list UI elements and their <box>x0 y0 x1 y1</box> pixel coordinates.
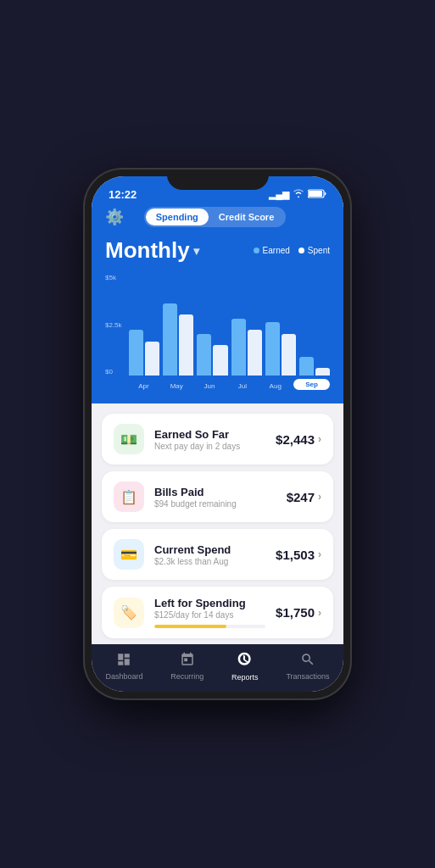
bar-group-jun <box>197 334 227 376</box>
reports-icon <box>237 651 254 671</box>
bar-group-apr <box>129 330 159 376</box>
bar-group-sep <box>299 357 330 376</box>
monthly-selector[interactable]: Monthly ▾ <box>105 237 199 264</box>
spend-title: Current Spend <box>154 543 265 556</box>
nav-dashboard[interactable]: Dashboard <box>105 652 142 681</box>
bills-amount: $247 › <box>287 490 321 504</box>
status-icons: ▂▄▆ <box>269 189 326 200</box>
y-label-2-5k: $2.5k <box>105 321 122 329</box>
left-icon: 🏷️ <box>114 598 144 628</box>
phone-screen: 12:22 ▂▄▆ <box>92 176 343 692</box>
bills-subtitle: $94 budget remaining <box>154 499 276 509</box>
nav-recurring[interactable]: Recurring <box>170 652 204 681</box>
cards-section: 💵Earned So FarNext pay day in 2 days$2,4… <box>92 403 343 644</box>
x-label-jun: Jun <box>195 379 225 390</box>
wifi-icon <box>293 189 304 199</box>
earned-title: Earned So Far <box>154 428 265 441</box>
nav-recurring-label: Recurring <box>170 672 204 681</box>
left-progress-fill <box>154 625 226 628</box>
top-nav: ⚙️ Spending Credit Score <box>105 207 330 227</box>
x-label-apr: Apr <box>129 379 159 390</box>
status-time: 12:22 <box>109 188 137 201</box>
x-label-jul: Jul <box>227 379 257 390</box>
nav-reports-label: Reports <box>231 673 259 682</box>
spent-bar <box>315 368 330 376</box>
phone-frame: 12:22 ▂▄▆ <box>85 170 350 698</box>
card-bills[interactable]: 📋Bills Paid$94 budget remaining$247 › <box>102 471 333 522</box>
y-label-0: $0 <box>105 368 122 376</box>
settings-icon[interactable]: ⚙️ <box>105 208 124 226</box>
battery-icon <box>308 189 326 200</box>
left-title: Left for Spending <box>154 597 265 609</box>
earned-dot <box>254 248 259 253</box>
earned-arrow: › <box>318 433 321 445</box>
nav-transactions-label: Transactions <box>286 672 329 681</box>
bottom-nav: Dashboard Recurring Reports Transactions <box>92 644 343 692</box>
x-label-sep[interactable]: Sep <box>293 379 330 390</box>
chart-legend: Earned Spent <box>254 246 330 255</box>
monthly-label: Monthly <box>105 237 190 264</box>
earned-bar <box>299 357 314 376</box>
spend-content: Current Spend$2.3k less than Aug <box>154 543 265 566</box>
left-progress-bar <box>154 625 265 628</box>
legend-earned: Earned <box>254 246 290 255</box>
bills-title: Bills Paid <box>154 486 276 498</box>
earned-bar <box>163 303 177 376</box>
transactions-icon <box>300 652 315 670</box>
blue-header: ⚙️ Spending Credit Score Monthly ▾ Earne… <box>92 207 343 403</box>
bills-arrow: › <box>318 491 321 503</box>
notch <box>167 170 269 190</box>
spent-bar <box>145 342 159 376</box>
earned-bar <box>231 319 246 376</box>
earned-amount: $2,443 › <box>276 432 321 447</box>
left-amount: $1,750 › <box>276 605 321 620</box>
earned-subtitle: Next pay day in 2 days <box>154 442 265 451</box>
spend-arrow: › <box>318 548 321 560</box>
bar-group-jul <box>231 319 262 376</box>
bars-container <box>129 274 330 376</box>
spend-amount: $1,503 › <box>276 548 321 562</box>
spent-bar <box>213 345 227 376</box>
bills-icon: 📋 <box>114 481 144 512</box>
spend-icon: 💳 <box>114 539 144 570</box>
spent-bar <box>248 330 262 376</box>
nav-dashboard-label: Dashboard <box>105 672 142 681</box>
tab-credit-score[interactable]: Credit Score <box>209 209 284 225</box>
spend-subtitle: $2.3k less than Aug <box>154 557 265 566</box>
dashboard-icon <box>116 652 131 670</box>
recurring-icon <box>180 652 195 670</box>
spent-bar <box>179 314 193 376</box>
x-label-aug: Aug <box>260 379 290 390</box>
left-subtitle: $125/day for 14 days <box>154 610 265 620</box>
tab-group: Spending Credit Score <box>144 207 287 227</box>
card-spend[interactable]: 💳Current Spend$2.3k less than Aug$1,503 … <box>102 529 333 580</box>
y-axis-labels: $5k $2.5k $0 <box>105 274 122 376</box>
earned-content: Earned So FarNext pay day in 2 days <box>154 428 265 451</box>
bills-content: Bills Paid$94 budget remaining <box>154 486 276 509</box>
monthly-row: Monthly ▾ Earned Spent <box>105 237 330 264</box>
y-label-5k: $5k <box>105 274 122 281</box>
spent-bar <box>282 334 296 376</box>
earned-icon: 💵 <box>114 424 144 454</box>
legend-spent: Spent <box>298 246 330 255</box>
spent-dot <box>298 248 304 253</box>
nav-transactions[interactable]: Transactions <box>286 652 329 681</box>
x-label-may: May <box>162 379 192 390</box>
bar-group-aug <box>265 322 296 376</box>
bar-group-may <box>163 303 193 376</box>
earned-bar <box>197 334 211 376</box>
nav-reports[interactable]: Reports <box>231 651 259 682</box>
signal-icon: ▂▄▆ <box>269 189 289 200</box>
left-arrow: › <box>318 607 321 619</box>
card-left[interactable]: 🏷️Left for Spending$125/day for 14 days$… <box>102 587 333 638</box>
card-earned[interactable]: 💵Earned So FarNext pay day in 2 days$2,4… <box>102 414 333 465</box>
earned-bar <box>265 322 280 376</box>
x-axis-labels: AprMayJunJulAugSep <box>129 379 330 390</box>
svg-rect-1 <box>309 191 322 197</box>
bar-chart: $5k $2.5k $0 <box>105 274 330 376</box>
chevron-down-icon: ▾ <box>193 244 199 258</box>
earned-bar <box>129 330 143 376</box>
tab-spending[interactable]: Spending <box>146 209 209 225</box>
left-content: Left for Spending$125/day for 14 days <box>154 597 265 628</box>
